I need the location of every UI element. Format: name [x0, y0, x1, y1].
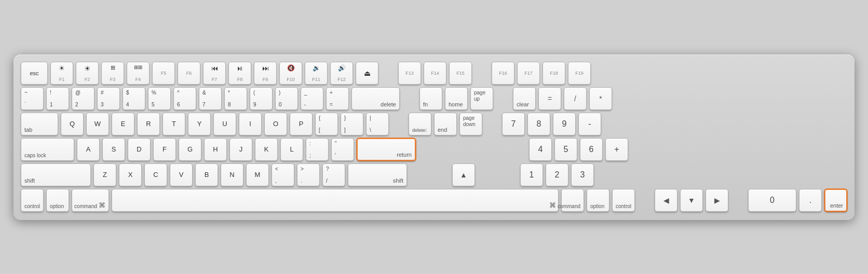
key-numminus[interactable]: - [578, 113, 601, 135]
key-roption[interactable]: option [587, 189, 609, 212]
key-num8[interactable]: 8 [527, 113, 550, 135]
key-q[interactable]: Q [61, 113, 84, 135]
key-numdot[interactable]: . [799, 189, 822, 212]
key-h[interactable]: H [204, 138, 227, 161]
key-nummultiply[interactable]: * [589, 87, 612, 110]
key-esc[interactable]: esc [21, 62, 48, 85]
key-f14[interactable]: F14 [424, 62, 446, 85]
key-1[interactable]: ! 1 [46, 87, 69, 110]
key-tilde[interactable]: ~ ` [21, 87, 44, 110]
key-numslash[interactable]: / [564, 87, 587, 110]
key-num9[interactable]: 9 [553, 113, 576, 135]
key-tab[interactable]: tab [21, 113, 58, 135]
key-eject[interactable]: ⏏ [356, 62, 378, 85]
key-f5[interactable]: F5 [152, 62, 175, 85]
key-f15[interactable]: F15 [449, 62, 472, 85]
key-num7[interactable]: 7 [502, 113, 525, 135]
key-loption[interactable]: option [46, 189, 69, 212]
key-6[interactable]: ^ 6 [173, 87, 196, 110]
key-num0[interactable]: 0 [748, 189, 796, 212]
key-w[interactable]: W [86, 113, 109, 135]
key-b[interactable]: B [195, 163, 218, 186]
key-num2[interactable]: 2 [546, 163, 568, 186]
key-0[interactable]: ) 0 [275, 87, 298, 110]
key-rcommand[interactable]: ⌘ command [561, 189, 584, 212]
key-f4[interactable]: ⊞⊞ F4 [127, 62, 150, 85]
key-f2[interactable]: ☀ F2 [76, 62, 99, 85]
key-s[interactable]: S [102, 138, 125, 161]
key-f12[interactable]: 🔊 F12 [330, 62, 353, 85]
key-i[interactable]: I [239, 113, 262, 135]
key-f16[interactable]: F16 [492, 62, 514, 85]
key-8[interactable]: * 8 [224, 87, 247, 110]
key-c[interactable]: C [144, 163, 167, 186]
key-9[interactable]: ( 9 [250, 87, 273, 110]
key-5[interactable]: % 5 [148, 87, 171, 110]
key-equals[interactable]: + = [326, 87, 349, 110]
key-d[interactable]: D [128, 138, 151, 161]
key-clear[interactable]: clear [513, 87, 536, 110]
key-f1[interactable]: ☀ F1 [50, 62, 73, 85]
key-p[interactable]: P [290, 113, 313, 135]
key-rcontrol[interactable]: control [612, 189, 635, 212]
key-fn[interactable]: fn [419, 87, 442, 110]
key-end[interactable]: end [434, 113, 457, 135]
key-f17[interactable]: F17 [517, 62, 540, 85]
key-f3[interactable]: ⊞ F3 [101, 62, 124, 85]
key-f9[interactable]: ⏭ F9 [254, 62, 277, 85]
key-pageup[interactable]: pageup [470, 87, 493, 110]
key-minus[interactable]: _ - [301, 87, 323, 110]
key-f10[interactable]: 🔇 F10 [279, 62, 302, 85]
key-period[interactable]: > . [297, 163, 320, 186]
key-quote[interactable]: " ' [331, 138, 354, 161]
key-v[interactable]: V [170, 163, 193, 186]
key-lcontrol[interactable]: control [21, 189, 44, 212]
key-l[interactable]: L [280, 138, 303, 161]
key-m[interactable]: M [246, 163, 269, 186]
key-lshift[interactable]: shift [21, 163, 91, 186]
key-f13[interactable]: F13 [398, 62, 421, 85]
key-a[interactable]: A [77, 138, 100, 161]
key-leftarrow[interactable]: ◀ [655, 189, 677, 212]
key-u[interactable]: U [213, 113, 236, 135]
key-y[interactable]: Y [188, 113, 211, 135]
key-numequals[interactable]: = [538, 87, 561, 110]
key-f18[interactable]: F18 [542, 62, 565, 85]
key-rbracket[interactable]: } ] [341, 113, 363, 135]
key-f[interactable]: F [153, 138, 176, 161]
key-t[interactable]: T [162, 113, 185, 135]
key-comma[interactable]: < , [272, 163, 294, 186]
key-rightarrow[interactable]: ▶ [706, 189, 728, 212]
key-backslash[interactable]: | \ [366, 113, 389, 135]
key-rshift[interactable]: shift [348, 163, 407, 186]
key-g[interactable]: G [179, 138, 201, 161]
key-numenter[interactable]: enter [824, 189, 847, 212]
key-num3[interactable]: 3 [571, 163, 594, 186]
key-space[interactable] [112, 189, 559, 212]
key-lbracket[interactable]: { [ [315, 113, 338, 135]
key-downarrow[interactable]: ▼ [680, 189, 703, 212]
key-4[interactable]: $ 4 [123, 87, 145, 110]
key-f7[interactable]: ⏮ F7 [203, 62, 226, 85]
key-2[interactable]: @ 2 [72, 87, 94, 110]
key-lcommand[interactable]: command ⌘ [72, 189, 109, 212]
key-num1[interactable]: 1 [520, 163, 543, 186]
key-forwarddelete[interactable]: delete⃥ [409, 113, 431, 135]
key-e[interactable]: E [112, 113, 134, 135]
key-numplus[interactable]: + [605, 138, 628, 161]
key-home[interactable]: home [445, 87, 468, 110]
key-f11[interactable]: 🔉 F11 [305, 62, 328, 85]
key-capslock[interactable]: caps lock [21, 138, 74, 161]
key-num4[interactable]: 4 [529, 138, 552, 161]
key-uparrow[interactable]: ▲ [452, 163, 475, 186]
key-num5[interactable]: 5 [554, 138, 577, 161]
key-num6[interactable]: 6 [580, 138, 603, 161]
key-x[interactable]: X [119, 163, 142, 186]
key-return[interactable]: return [357, 138, 416, 161]
key-o[interactable]: O [264, 113, 287, 135]
key-f8[interactable]: ⏯ F8 [228, 62, 251, 85]
key-r[interactable]: R [137, 113, 160, 135]
key-f19[interactable]: F19 [568, 62, 591, 85]
key-f6[interactable]: F6 [178, 62, 200, 85]
key-k[interactable]: K [255, 138, 278, 161]
